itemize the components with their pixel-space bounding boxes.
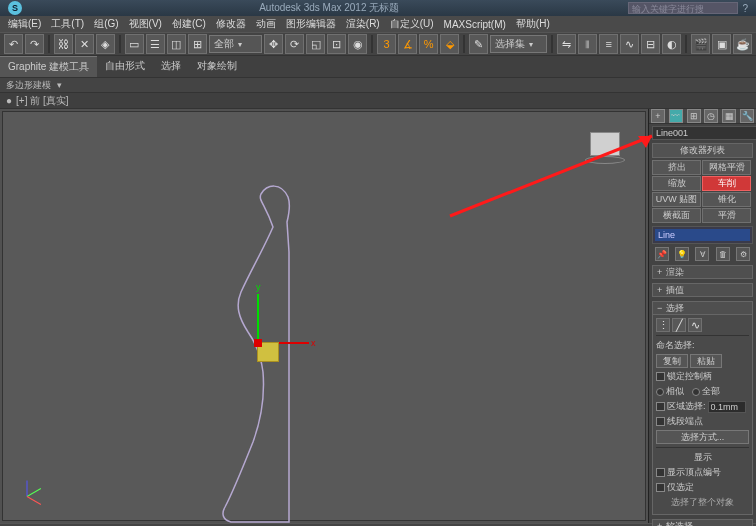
segment-sub-icon[interactable]: ╱ xyxy=(672,318,686,332)
refsys-icon[interactable]: ⊡ xyxy=(327,34,346,54)
redo-icon[interactable]: ↷ xyxy=(25,34,44,54)
scale-icon[interactable]: ◱ xyxy=(306,34,325,54)
vertex-sub-icon[interactable]: ⋮ xyxy=(656,318,670,332)
all-radio[interactable] xyxy=(692,388,700,396)
vert-num-check[interactable] xyxy=(656,468,665,477)
link-icon[interactable]: ⛓ xyxy=(54,34,73,54)
named-sel-dropdown[interactable]: 选择集 xyxy=(490,35,547,53)
menu-graph[interactable]: 图形编辑器 xyxy=(282,16,340,32)
select-name-icon[interactable]: ☰ xyxy=(146,34,165,54)
render-setup-icon[interactable]: 🎬 xyxy=(691,34,710,54)
object-name-input[interactable] xyxy=(652,126,756,140)
viewport-front[interactable]: y x xyxy=(2,111,646,521)
command-panel: + 〰 ⊞ ◷ ▦ 🔧 修改器列表 挤出 网格平滑 缩放 车削 UVW 贴图 锥… xyxy=(648,109,756,523)
make-unique-icon[interactable]: ∀ xyxy=(695,247,709,261)
bind-icon[interactable]: ◈ xyxy=(96,34,115,54)
center-icon[interactable]: ◉ xyxy=(348,34,367,54)
unlink-icon[interactable]: ✕ xyxy=(75,34,94,54)
menu-edit[interactable]: 编辑(E) xyxy=(4,16,45,32)
move-icon[interactable]: ✥ xyxy=(264,34,283,54)
menu-modifiers[interactable]: 修改器 xyxy=(212,16,250,32)
lock-handles-label: 锁定控制柄 xyxy=(667,370,749,383)
tab-graphite[interactable]: Graphite 建模工具 xyxy=(0,56,97,77)
create-tab-icon[interactable]: + xyxy=(651,109,665,123)
utilities-tab-icon[interactable]: 🔧 xyxy=(740,109,754,123)
gizmo-origin[interactable] xyxy=(254,339,262,347)
rollout-soft-head[interactable]: 软选择 xyxy=(652,519,753,526)
stack-item-line[interactable]: Line xyxy=(655,229,750,241)
rollout-selection-head[interactable]: 选择 xyxy=(652,301,753,315)
spinner-snap-icon[interactable]: ⬙ xyxy=(440,34,459,54)
mod-lathe[interactable]: 车削 xyxy=(702,176,751,191)
help-icon[interactable]: ? xyxy=(742,3,748,14)
schematic-icon[interactable]: ⊟ xyxy=(641,34,660,54)
alike-radio[interactable] xyxy=(656,388,664,396)
window-crossing-icon[interactable]: ⊞ xyxy=(188,34,207,54)
menu-customize[interactable]: 自定义(U) xyxy=(386,16,438,32)
menu-views[interactable]: 视图(V) xyxy=(125,16,166,32)
select-by-button[interactable]: 选择方式... xyxy=(656,430,749,444)
area-sel-check[interactable] xyxy=(656,402,665,411)
material-icon[interactable]: ◐ xyxy=(662,34,681,54)
search-box[interactable]: 输入关键字进行搜 xyxy=(628,2,738,14)
spline-object[interactable] xyxy=(63,142,383,526)
rollout-interp-head[interactable]: 插值 xyxy=(652,283,753,297)
spline-sub-icon[interactable]: ∿ xyxy=(688,318,702,332)
copy-button[interactable]: 复制 xyxy=(656,354,688,368)
snap-icon[interactable]: 3 xyxy=(377,34,396,54)
gizmo-y-axis[interactable] xyxy=(257,294,259,342)
menu-rendering[interactable]: 渲染(R) xyxy=(342,16,384,32)
mirror-icon[interactable]: ⇋ xyxy=(557,34,576,54)
angle-snap-icon[interactable]: ∡ xyxy=(398,34,417,54)
seg-end-check[interactable] xyxy=(656,417,665,426)
select-region-icon[interactable]: ◫ xyxy=(167,34,186,54)
mod-meshsmooth[interactable]: 网格平滑 xyxy=(702,160,751,175)
percent-snap-icon[interactable]: % xyxy=(419,34,438,54)
rollout-rendering-head[interactable]: 渲染 xyxy=(652,265,753,279)
mod-cap[interactable]: 横截面 xyxy=(652,208,701,223)
modify-tab-icon[interactable]: 〰 xyxy=(669,109,683,123)
mod-optimize[interactable]: 锥化 xyxy=(702,192,751,207)
viewcube[interactable] xyxy=(583,128,627,164)
mod-shell[interactable]: 平滑 xyxy=(702,208,751,223)
tab-freeform[interactable]: 自由形式 xyxy=(97,56,153,77)
show-result-icon[interactable]: 💡 xyxy=(675,247,689,261)
selected-only-check[interactable] xyxy=(656,483,665,492)
rotate-icon[interactable]: ⟳ xyxy=(285,34,304,54)
viewport-label[interactable]: [+] 前 [真实] xyxy=(16,94,69,108)
hierarchy-tab-icon[interactable]: ⊞ xyxy=(687,109,701,123)
mod-bend[interactable]: 缩放 xyxy=(652,176,701,191)
undo-icon[interactable]: ↶ xyxy=(4,34,23,54)
menu-animation[interactable]: 动画 xyxy=(252,16,280,32)
paste-button[interactable]: 粘贴 xyxy=(690,354,722,368)
rollout-soft: 软选择 xyxy=(652,519,753,526)
select-icon[interactable]: ▭ xyxy=(125,34,144,54)
modifier-stack[interactable]: Line xyxy=(652,226,753,244)
remove-mod-icon[interactable]: 🗑 xyxy=(716,247,730,261)
named-sel-icon[interactable]: ✎ xyxy=(469,34,488,54)
render-icon[interactable]: ☕ xyxy=(733,34,752,54)
tab-selection[interactable]: 选择 xyxy=(153,56,189,77)
selection-info: 选择了整个对象 xyxy=(671,496,734,509)
align-icon[interactable]: ⫴ xyxy=(578,34,597,54)
menu-group[interactable]: 组(G) xyxy=(90,16,122,32)
menu-maxscript[interactable]: MAXScript(M) xyxy=(440,18,510,31)
motion-tab-icon[interactable]: ◷ xyxy=(704,109,718,123)
mod-extrude[interactable]: 挤出 xyxy=(652,160,701,175)
modifier-list-dropdown[interactable]: 修改器列表 xyxy=(652,143,753,158)
menu-tools[interactable]: 工具(T) xyxy=(47,16,88,32)
axis-tripod xyxy=(9,478,45,514)
configure-icon[interactable]: ⚙ xyxy=(736,247,750,261)
curve-editor-icon[interactable]: ∿ xyxy=(620,34,639,54)
area-sel-value[interactable] xyxy=(708,401,746,413)
layer-icon[interactable]: ≡ xyxy=(599,34,618,54)
display-tab-icon[interactable]: ▦ xyxy=(722,109,736,123)
filter-dropdown[interactable]: 全部 xyxy=(209,35,262,53)
mod-uvw[interactable]: UVW 贴图 xyxy=(652,192,701,207)
lock-handles-check[interactable] xyxy=(656,372,665,381)
render-frame-icon[interactable]: ▣ xyxy=(712,34,731,54)
pin-stack-icon[interactable]: 📌 xyxy=(655,247,669,261)
menu-help[interactable]: 帮助(H) xyxy=(512,16,554,32)
tab-paint[interactable]: 对象绘制 xyxy=(189,56,245,77)
menu-create[interactable]: 创建(C) xyxy=(168,16,210,32)
